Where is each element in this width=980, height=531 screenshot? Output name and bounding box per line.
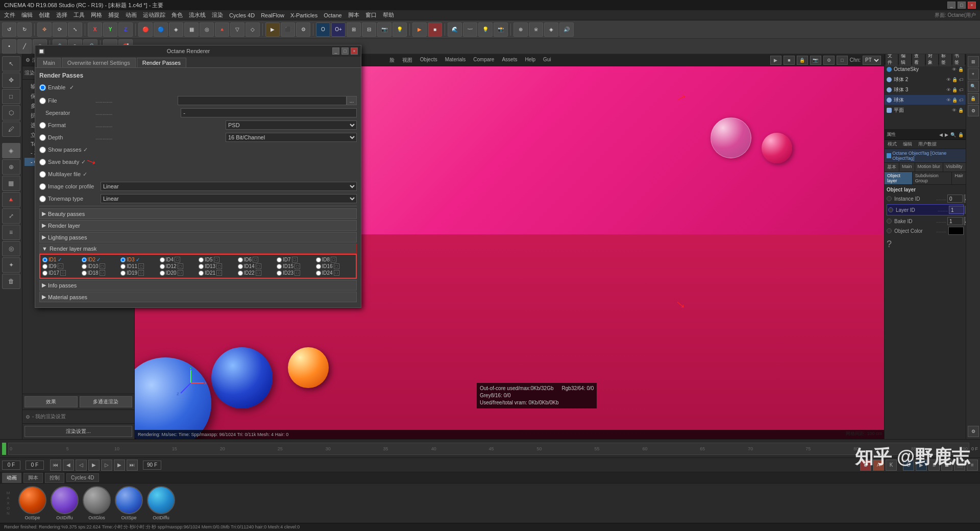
far-right-btn-2[interactable]: + bbox=[968, 68, 979, 80]
octane-btn-2[interactable]: O+ bbox=[331, 22, 346, 37]
next-frame-btn[interactable]: ▷ bbox=[101, 460, 112, 471]
object-color-radio[interactable] bbox=[887, 228, 892, 233]
tonemap-label[interactable]: Tonemap type bbox=[39, 196, 101, 202]
minimize-btn[interactable]: _ bbox=[947, 2, 955, 9]
octane-btn-6[interactable]: 💡 bbox=[393, 22, 407, 37]
menu-xparticles[interactable]: X-Particles bbox=[290, 12, 317, 18]
show-passes-label[interactable]: Show passes bbox=[39, 147, 81, 153]
scene-tab-3[interactable]: 查看 bbox=[912, 54, 924, 66]
viewport-menu-compare[interactable]: Compare bbox=[470, 56, 497, 65]
tool-11[interactable]: ≡ bbox=[2, 225, 20, 240]
menu-window[interactable]: 窗口 bbox=[365, 11, 377, 19]
props-main-tab-motionblur[interactable]: Motion blur bbox=[915, 163, 944, 172]
menu-cycles[interactable]: Cycles 4D bbox=[229, 12, 255, 18]
render-layer-header[interactable]: ▶ Render layer bbox=[39, 220, 357, 231]
id14-radio[interactable] bbox=[238, 264, 243, 269]
id17-radio[interactable] bbox=[42, 271, 47, 276]
id20-radio[interactable] bbox=[160, 271, 165, 276]
layer-id-input[interactable] bbox=[949, 206, 964, 214]
tonemap-radio[interactable] bbox=[39, 196, 46, 202]
octane-transport-5[interactable]: ⬛ bbox=[954, 460, 965, 471]
props-main-tab-basic[interactable]: 基本 bbox=[885, 163, 899, 172]
object-tool-4[interactable]: ▦ bbox=[184, 22, 199, 37]
format-select[interactable]: PSD bbox=[226, 120, 357, 130]
goto-start-btn[interactable]: ⏮ bbox=[50, 460, 61, 471]
rotate-btn[interactable]: ⟳ bbox=[53, 22, 67, 37]
dialog-tab-render-passes[interactable]: Render Passes bbox=[137, 58, 186, 67]
id24-radio[interactable] bbox=[316, 271, 321, 276]
save-beauty-label[interactable]: Save beauty bbox=[39, 159, 79, 165]
multipass-render-btn[interactable]: 多通道渲染 bbox=[80, 396, 133, 407]
dialog-minimize-btn[interactable]: _ bbox=[332, 54, 339, 55]
id12-checkbox[interactable]: □ bbox=[178, 263, 183, 269]
extra-btn-1[interactable]: ⊕ bbox=[513, 22, 528, 37]
timeline-ruler-container[interactable]: 0 5 10 15 20 25 30 35 40 45 50 55 60 65 … bbox=[8, 443, 969, 455]
tool-14[interactable]: 🗑 bbox=[2, 274, 20, 289]
tool-7[interactable]: ⊕ bbox=[2, 159, 20, 175]
viewport-menu-objects[interactable]: Objects bbox=[417, 56, 440, 65]
tool-9[interactable]: 🔺 bbox=[2, 192, 20, 207]
scene-tab-1[interactable]: 文件 bbox=[886, 54, 898, 66]
lock-btn-v[interactable]: 🔒 bbox=[797, 56, 808, 65]
props-lock-btn[interactable]: 🔒 bbox=[958, 132, 964, 137]
save-beauty-radio[interactable] bbox=[39, 159, 46, 165]
render-btn[interactable]: ▶ bbox=[265, 22, 280, 37]
image-color-label[interactable]: Image color profile bbox=[39, 183, 101, 190]
menu-tools[interactable]: 工具 bbox=[74, 11, 85, 19]
props-section-tab-hair[interactable]: Hair bbox=[952, 172, 966, 184]
bottom-tab-script[interactable]: 脚本 bbox=[23, 473, 43, 483]
menu-mesh[interactable]: 网格 bbox=[91, 11, 102, 19]
id4-radio[interactable] bbox=[160, 257, 165, 262]
id4-checkbox[interactable]: □ bbox=[175, 257, 180, 262]
props-nav-btn-2[interactable]: ▶ bbox=[945, 132, 948, 137]
props-search-btn[interactable]: 🔍 bbox=[950, 132, 956, 137]
object-tool-3[interactable]: ◈ bbox=[169, 22, 183, 37]
deform-btn[interactable]: 🌊 bbox=[448, 22, 462, 37]
id9-radio[interactable] bbox=[42, 264, 47, 269]
menu-octane[interactable]: Octane bbox=[324, 12, 341, 18]
keyframe-btn[interactable]: K bbox=[886, 460, 897, 471]
viewport-menu-materials[interactable]: Materials bbox=[442, 56, 469, 65]
instance-id-radio[interactable] bbox=[887, 196, 892, 201]
camera-btn[interactable]: 📸 bbox=[494, 22, 508, 37]
id6-radio[interactable] bbox=[238, 257, 243, 262]
viewport-menu-help[interactable]: Help bbox=[522, 56, 538, 65]
id3-radio[interactable] bbox=[120, 257, 126, 262]
menu-animation[interactable]: 动画 bbox=[126, 11, 137, 19]
object-color-swatch[interactable] bbox=[948, 227, 964, 235]
id10-radio[interactable] bbox=[82, 264, 87, 269]
id17-checkbox[interactable]: □ bbox=[60, 270, 66, 276]
id23-checkbox[interactable]: □ bbox=[295, 270, 300, 276]
depth-select[interactable]: 16 Bit/Channel bbox=[226, 133, 357, 142]
dialog-close-btn[interactable]: × bbox=[351, 54, 358, 55]
menu-pipeline[interactable]: 流水线 bbox=[189, 11, 206, 19]
object-tool-2[interactable]: 🔵 bbox=[154, 22, 168, 37]
extra-btn-3[interactable]: ◈ bbox=[544, 22, 558, 37]
menu-render[interactable]: 渲染 bbox=[212, 11, 223, 19]
scene-tab-5[interactable]: 标签 bbox=[939, 54, 951, 66]
viewport-menu-view2[interactable]: 视图 bbox=[399, 56, 415, 65]
object-tool-8[interactable]: ◇ bbox=[246, 22, 260, 37]
menu-select[interactable]: 选择 bbox=[56, 11, 67, 19]
bottom-tab-animation[interactable]: 动画 bbox=[2, 473, 21, 483]
id19-checkbox[interactable]: □ bbox=[138, 270, 144, 276]
play-transport-btn[interactable]: ▶ bbox=[88, 460, 100, 471]
image-color-select[interactable]: Linear bbox=[101, 182, 357, 191]
beauty-passes-header[interactable]: ▶ Beauty passes bbox=[39, 208, 357, 219]
far-right-btn-1[interactable]: ⊞ bbox=[968, 56, 979, 67]
menu-edit[interactable]: 编辑 bbox=[21, 11, 33, 19]
enable-label[interactable]: Enable ✓ bbox=[39, 84, 74, 91]
scene-tab-4[interactable]: 对象 bbox=[926, 54, 938, 66]
object-tool-6[interactable]: 🔺 bbox=[215, 22, 229, 37]
id18-checkbox[interactable]: □ bbox=[100, 270, 105, 276]
tool-4[interactable]: ⬡ bbox=[2, 105, 20, 120]
file-radio-label[interactable]: File bbox=[39, 98, 95, 104]
octane-btn-4[interactable]: ⊟ bbox=[362, 22, 376, 37]
render-settings-bottom-btn[interactable]: 渲染设置... bbox=[24, 426, 132, 437]
playback-btn[interactable]: ▶ bbox=[412, 22, 427, 37]
far-right-btn-6[interactable]: ⚙ bbox=[968, 426, 979, 437]
id14-checkbox[interactable]: □ bbox=[256, 263, 261, 269]
props-tab-userdata[interactable]: 用户数据 bbox=[915, 140, 940, 149]
bottom-tab-control[interactable]: 控制 bbox=[45, 473, 64, 483]
id11-checkbox[interactable]: □ bbox=[138, 263, 144, 269]
